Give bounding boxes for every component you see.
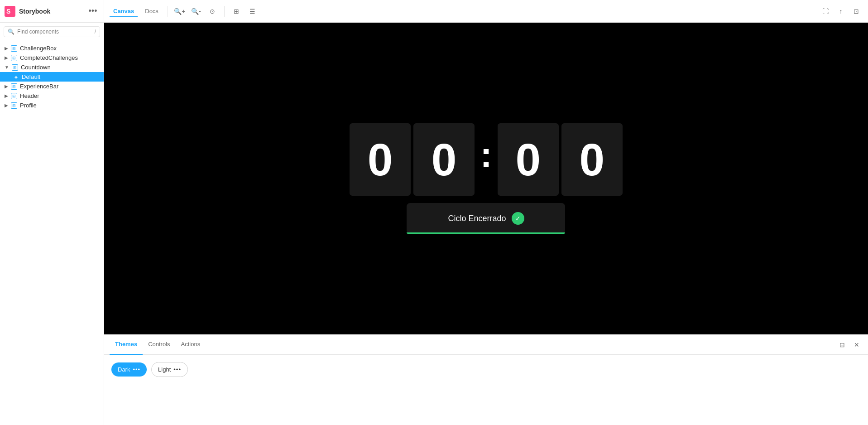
panel-split-button[interactable]: ⊟ [836,339,848,351]
list-icon: ☰ [249,8,255,15]
countdown-status-bar: Ciclo Encerrado ✓ [407,203,565,234]
countdown-component: 0 0 : 0 0 Ciclo Encerrado ✓ [350,123,623,234]
theme-light-menu-dots[interactable]: ••• [173,366,181,373]
theme-dark-label: Dark [118,366,130,373]
split-icon: ⊟ [839,341,845,348]
sidebar: S Storybook ••• 🔍 / ▶ ⊞ ChallengeBox ▶ ⊞… [0,0,104,425]
tab-themes[interactable]: Themes [110,335,143,355]
chevron-right-icon: ▶ [5,93,8,98]
close-icon: ✕ [854,341,859,348]
countdown-display: 0 0 : 0 0 [350,123,623,196]
tab-controls[interactable]: Controls [143,335,175,355]
sidebar-item-label: CompletedChallenges [20,54,78,61]
panel-close-button[interactable]: ✕ [851,339,863,351]
countdown-progress-bar [407,232,565,234]
sidebar-header: S Storybook ••• [0,0,104,23]
fullscreen-button[interactable]: ⛶ [819,5,832,18]
storybook-logo-icon: S [5,6,15,17]
sidebar-tree: ▶ ⊞ ChallengeBox ▶ ⊞ CompletedChallenges… [0,41,104,425]
component-icon: ⊞ [11,55,17,61]
bottom-tabs: Themes Controls Actions ⊟ ✕ [104,335,868,355]
share-icon: ↑ [839,8,843,15]
sidebar-item-label: ExperienceBar [20,83,58,90]
countdown-status-text: Ciclo Encerrado [448,214,506,223]
list-view-button[interactable]: ☰ [246,5,259,18]
checkmark-symbol: ✓ [515,215,521,222]
grid-view-button[interactable]: ⊞ [230,5,243,18]
countdown-digit-4: 0 [561,123,623,196]
main-panel: Canvas Docs 🔍+ 🔍- ⊙ ⊞ ☰ ⛶ ↑ ⊡ [104,0,868,425]
chevron-right-icon: ▶ [5,103,8,108]
component-icon: ⊞ [11,83,17,90]
component-icon: ⊞ [11,93,17,99]
svg-text:S: S [6,8,10,15]
toolbar: Canvas Docs 🔍+ 🔍- ⊙ ⊞ ☰ ⛶ ↑ ⊡ [104,0,868,23]
chevron-right-icon: ▶ [5,55,8,60]
sidebar-item-completedchallenges[interactable]: ▶ ⊞ CompletedChallenges [0,53,104,63]
theme-dark-button[interactable]: Dark ••• [111,362,147,377]
countdown-digit-2: 0 [413,123,475,196]
tab-actions[interactable]: Actions [176,335,206,355]
component-icon: ⊞ [12,64,18,71]
sidebar-title: Storybook [19,8,50,15]
search-icon: 🔍 [8,29,14,35]
tab-docs[interactable]: Docs [141,6,162,17]
sidebar-item-header[interactable]: ▶ ⊞ Header [0,91,104,101]
bottom-content: Dark ••• Light ••• [104,355,868,384]
edit-icon[interactable]: / [95,29,96,35]
sidebar-logo: S Storybook [5,6,50,17]
zoom-reset-icon: ⊙ [210,8,215,15]
share-button[interactable]: ↑ [834,5,847,18]
zoom-out-icon: 🔍- [191,8,201,15]
toolbar-separator-2 [224,6,225,17]
countdown-minutes-group: 0 0 [498,123,623,196]
theme-dark-menu-dots[interactable]: ••• [133,366,140,373]
open-new-tab-button[interactable]: ⊡ [850,5,863,18]
sidebar-item-challengebox[interactable]: ▶ ⊞ ChallengeBox [0,43,104,53]
sidebar-item-label: Profile [20,102,37,109]
countdown-digit-3: 0 [498,123,559,196]
sidebar-item-countdown[interactable]: ▼ ⊞ Countdown [0,63,104,72]
sidebar-item-experiencebar[interactable]: ▶ ⊞ ExperienceBar [0,82,104,91]
sidebar-item-profile[interactable]: ▶ ⊞ Profile [0,101,104,110]
sidebar-item-label: Default [22,73,40,80]
search-box: 🔍 / [4,26,100,37]
zoom-out-button[interactable]: 🔍- [190,5,202,18]
check-icon: ✓ [512,212,524,225]
sidebar-item-label: ChallengeBox [20,45,57,52]
zoom-in-button[interactable]: 🔍+ [173,5,186,18]
chevron-right-icon: ▶ [5,46,8,51]
chevron-down-icon: ▼ [5,65,9,70]
theme-light-button[interactable]: Light ••• [151,362,188,377]
fullscreen-icon: ⛶ [822,8,829,15]
grid-icon: ⊞ [234,8,239,15]
countdown-hours-group: 0 0 [350,123,475,196]
search-input[interactable] [17,29,92,35]
story-icon: ◈ [13,74,19,80]
theme-light-label: Light [158,366,171,373]
bottom-panel: Themes Controls Actions ⊟ ✕ Dark ••• Lig… [104,334,868,425]
toolbar-right: ⛶ ↑ ⊡ [819,5,863,18]
component-icon: ⊞ [11,102,17,109]
countdown-digit-1: 0 [350,123,411,196]
bottom-tab-right: ⊟ ✕ [836,339,863,351]
component-icon: ⊞ [11,45,17,52]
zoom-reset-button[interactable]: ⊙ [206,5,219,18]
tab-canvas[interactable]: Canvas [110,6,138,17]
zoom-in-icon: 🔍+ [174,8,185,15]
chevron-right-icon: ▶ [5,84,8,89]
sidebar-item-countdown-default[interactable]: ◈ Default [0,72,104,82]
sidebar-item-label: Header [20,92,39,99]
sidebar-item-label: Countdown [21,64,51,71]
sidebar-menu-button[interactable]: ••• [86,5,99,18]
countdown-colon: : [478,134,494,176]
toolbar-separator [168,6,168,17]
open-new-tab-icon: ⊡ [854,8,859,15]
canvas-area: 0 0 : 0 0 Ciclo Encerrado ✓ [104,23,868,334]
